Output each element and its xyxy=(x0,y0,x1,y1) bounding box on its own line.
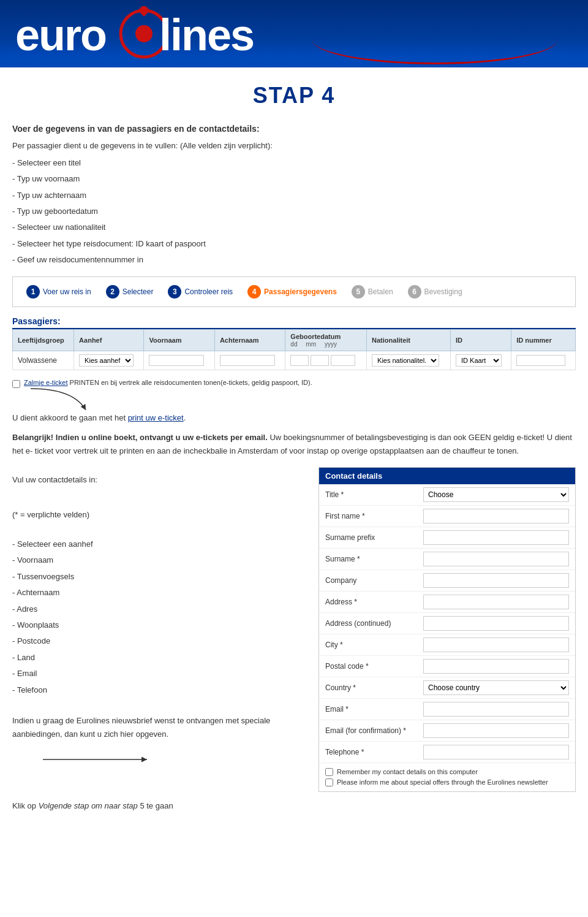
bottom-text-start: Klik op xyxy=(12,801,39,810)
cell-achternaam[interactable] xyxy=(214,351,285,370)
cell-voornaam[interactable] xyxy=(144,351,214,370)
contact-details-box: Contact details Title * Choose Mr. Mrs. … xyxy=(318,467,576,792)
step-num-2: 2 xyxy=(106,285,119,299)
cell-aanhef[interactable]: Kies aanhef Dhr. Mevr. xyxy=(74,351,144,370)
form-row-company: Company xyxy=(319,570,575,592)
field-email[interactable] xyxy=(423,702,569,717)
list-item-3: - Typ uw achternaam xyxy=(12,188,576,202)
firstname-input[interactable] xyxy=(423,509,569,523)
address2-input[interactable] xyxy=(423,616,569,631)
progress-step-5[interactable]: 5 Betalen xyxy=(344,282,401,302)
list-item-6: - Selecteer het type reisdocument: ID ka… xyxy=(12,237,576,251)
email-input[interactable] xyxy=(423,702,569,717)
cell-nationaliteit[interactable]: Kies nationalitel... xyxy=(367,351,451,370)
eticket-checkbox[interactable] xyxy=(12,380,20,388)
contact-form: Title * Choose Mr. Mrs. Ms. First xyxy=(319,484,575,791)
field-address2[interactable] xyxy=(423,616,569,631)
surname-prefix-input[interactable] xyxy=(423,530,569,545)
field-title[interactable]: Choose Mr. Mrs. Ms. xyxy=(423,487,569,502)
field-telephone[interactable] xyxy=(423,745,569,759)
progress-step-3[interactable]: 3 Controleer reis xyxy=(160,282,240,302)
remember-checkbox[interactable] xyxy=(325,768,333,776)
birthdate-dd[interactable] xyxy=(290,355,309,366)
red-curve-decoration xyxy=(312,15,557,64)
birthdate-yyyy[interactable] xyxy=(331,355,355,366)
cell-id-number[interactable] xyxy=(511,351,576,370)
step-title-section: STAP 4 xyxy=(0,67,588,118)
label-address: Address * xyxy=(325,598,417,606)
field-company[interactable] xyxy=(423,573,569,588)
col-nationaliteit: Nationaliteit xyxy=(367,329,451,351)
step-label-6: Bevestiging xyxy=(424,287,462,296)
bottom-text: Klik op Volgende stap om naar stap 5 te … xyxy=(12,801,576,810)
progress-step-2[interactable]: 2 Selecteer xyxy=(99,282,161,302)
contact-item-9: - Email xyxy=(12,666,306,680)
label-email: Email * xyxy=(325,705,417,713)
address-input[interactable] xyxy=(423,595,569,609)
newsletter-checkbox[interactable] xyxy=(325,778,333,786)
field-email-confirm[interactable] xyxy=(423,723,569,738)
form-row-surname: Surname * xyxy=(319,549,575,570)
cell-id-type[interactable]: ID Kaart Paspoort xyxy=(451,351,511,370)
field-city[interactable] xyxy=(423,637,569,652)
label-surname: Surname * xyxy=(325,555,417,563)
col-geboortedatum: Geboortedatum dd mm yyyy xyxy=(285,329,367,351)
verplicht-text: (* = verplichte velden) xyxy=(12,508,306,522)
country-select[interactable]: Choose country Netherlands Belgium Germa… xyxy=(423,680,569,695)
print-eticket-link[interactable]: print uw e-ticket xyxy=(128,413,184,422)
svg-text:euro: euro xyxy=(15,10,106,59)
list-item-2: - Typ uw voornaam xyxy=(12,172,576,186)
aanhef-select[interactable]: Kies aanhef Dhr. Mevr. xyxy=(79,354,134,367)
telephone-input[interactable] xyxy=(423,745,569,759)
col-id-nummer: ID nummer xyxy=(511,329,576,351)
label-title: Title * xyxy=(325,490,417,499)
two-col-section: Vul uw contactdetails in: (* = verplicht… xyxy=(12,467,576,792)
id-number-input[interactable] xyxy=(516,355,565,366)
step-label-5: Betalen xyxy=(368,287,393,296)
birthdate-mm[interactable] xyxy=(311,355,329,366)
field-surname-prefix[interactable] xyxy=(423,530,569,545)
field-surname[interactable] xyxy=(423,552,569,566)
progress-step-4[interactable]: 4 Passagiersgegevens xyxy=(240,282,344,302)
step-num-6: 6 xyxy=(408,285,421,299)
achternaam-input[interactable] xyxy=(220,355,275,366)
field-firstname[interactable] xyxy=(423,509,569,523)
contact-item-2: - Voornaam xyxy=(12,553,306,567)
progress-step-1[interactable]: 1 Voer uw reis in xyxy=(19,282,99,302)
surname-input[interactable] xyxy=(423,552,569,566)
contact-item-10: - Telefoon xyxy=(12,683,306,697)
bottom-text-end: 5 te gaan xyxy=(138,801,173,810)
left-column: Vul uw contactdetails in: (* = verplicht… xyxy=(12,467,306,792)
step-num-1: 1 xyxy=(26,285,40,299)
cell-geboortedatum[interactable] xyxy=(285,351,367,370)
id-type-select[interactable]: ID Kaart Paspoort xyxy=(456,354,502,367)
contact-item-3: - Tussenvoegsels xyxy=(12,569,306,584)
list-item-1: - Selecteer een titel xyxy=(12,156,576,170)
form-row-address2: Address (continued) xyxy=(319,613,575,634)
label-postal: Postal code * xyxy=(325,662,417,671)
voornaam-input[interactable] xyxy=(149,355,204,366)
company-input[interactable] xyxy=(423,573,569,588)
nationaliteit-select[interactable]: Kies nationalitel... xyxy=(372,354,439,367)
step-label-2: Selecteer xyxy=(123,287,154,296)
newsletter-text: Indien u graag de Eurolines nieuwsbrief … xyxy=(12,714,306,741)
field-address[interactable] xyxy=(423,595,569,609)
list-item-7: - Geef uw reisdocumentennummer in xyxy=(12,253,576,267)
contact-item-6: - Woonplaats xyxy=(12,618,306,632)
city-input[interactable] xyxy=(423,637,569,652)
label-telephone: Telephone * xyxy=(325,748,417,756)
arrow-decoration xyxy=(24,386,98,416)
field-country[interactable]: Choose country Netherlands Belgium Germa… xyxy=(423,680,569,695)
form-row-telephone: Telephone * xyxy=(319,742,575,763)
progress-step-6[interactable]: 6 Bevestiging xyxy=(401,282,470,302)
label-address2: Address (continued) xyxy=(325,619,417,628)
label-surname-prefix: Surname prefix xyxy=(325,533,417,542)
contact-checkboxes: Remember my contact details on this comp… xyxy=(319,763,575,791)
email-confirm-input[interactable] xyxy=(423,723,569,738)
field-postal[interactable] xyxy=(423,659,569,674)
title-select[interactable]: Choose Mr. Mrs. Ms. xyxy=(423,487,569,502)
col-achternaam: Achternaam xyxy=(214,329,285,351)
step-label-1: Voer uw reis in xyxy=(43,287,91,296)
step-label-3: Controleer reis xyxy=(184,287,233,296)
postal-input[interactable] xyxy=(423,659,569,674)
